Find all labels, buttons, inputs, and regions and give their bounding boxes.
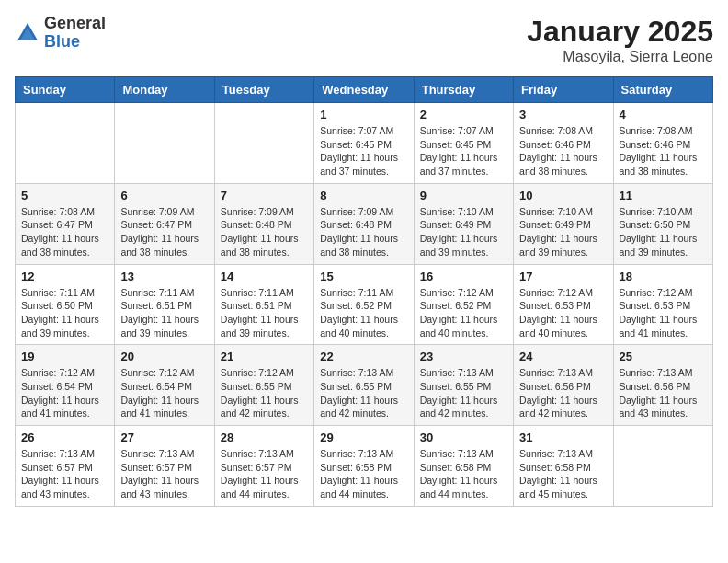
day-number: 20: [120, 350, 208, 363]
day-of-week-header: Wednesday: [314, 77, 414, 103]
day-info: Sunrise: 7:13 AM Sunset: 6:58 PM Dayligh…: [320, 447, 407, 501]
day-number: 1: [320, 108, 407, 121]
calendar-day-cell: 22Sunrise: 7:13 AM Sunset: 6:55 PM Dayli…: [314, 345, 414, 426]
day-of-week-header: Sunday: [16, 77, 115, 103]
logo: General Blue: [15, 15, 106, 52]
calendar-day-cell: 9Sunrise: 7:10 AM Sunset: 6:49 PM Daylig…: [414, 183, 513, 264]
day-number: 6: [120, 189, 208, 202]
calendar-day-cell: 5Sunrise: 7:08 AM Sunset: 6:47 PM Daylig…: [16, 183, 115, 264]
calendar-day-cell: 23Sunrise: 7:13 AM Sunset: 6:55 PM Dayli…: [414, 345, 513, 426]
day-info: Sunrise: 7:08 AM Sunset: 6:46 PM Dayligh…: [620, 124, 707, 178]
day-info: Sunrise: 7:13 AM Sunset: 6:57 PM Dayligh…: [120, 447, 208, 501]
day-info: Sunrise: 7:07 AM Sunset: 6:45 PM Dayligh…: [420, 124, 507, 178]
day-number: 12: [21, 270, 108, 283]
day-number: 16: [420, 270, 507, 283]
day-number: 15: [320, 270, 407, 283]
logo-blue-text: Blue: [44, 33, 106, 52]
day-info: Sunrise: 7:13 AM Sunset: 6:57 PM Dayligh…: [21, 447, 108, 501]
calendar-table: SundayMondayTuesdayWednesdayThursdayFrid…: [15, 76, 713, 507]
calendar-day-cell: [214, 103, 313, 184]
day-info: Sunrise: 7:12 AM Sunset: 6:53 PM Dayligh…: [519, 286, 607, 340]
day-info: Sunrise: 7:11 AM Sunset: 6:50 PM Dayligh…: [21, 286, 108, 340]
day-number: 26: [21, 431, 108, 444]
day-info: Sunrise: 7:13 AM Sunset: 6:55 PM Dayligh…: [320, 366, 407, 420]
day-info: Sunrise: 7:13 AM Sunset: 6:58 PM Dayligh…: [420, 447, 507, 501]
day-info: Sunrise: 7:10 AM Sunset: 6:50 PM Dayligh…: [620, 205, 707, 259]
calendar-day-cell: 30Sunrise: 7:13 AM Sunset: 6:58 PM Dayli…: [414, 426, 513, 507]
calendar-day-cell: 1Sunrise: 7:07 AM Sunset: 6:45 PM Daylig…: [314, 103, 414, 184]
calendar-day-cell: 12Sunrise: 7:11 AM Sunset: 6:50 PM Dayli…: [16, 264, 115, 345]
day-of-week-header: Monday: [115, 77, 214, 103]
day-number: 30: [420, 431, 507, 444]
day-info: Sunrise: 7:12 AM Sunset: 6:54 PM Dayligh…: [21, 366, 108, 420]
day-info: Sunrise: 7:12 AM Sunset: 6:54 PM Dayligh…: [120, 366, 208, 420]
calendar-day-cell: [16, 103, 115, 184]
calendar-day-cell: 4Sunrise: 7:08 AM Sunset: 6:46 PM Daylig…: [613, 103, 712, 184]
day-number: 10: [519, 189, 607, 202]
calendar-day-cell: 14Sunrise: 7:11 AM Sunset: 6:51 PM Dayli…: [214, 264, 313, 345]
day-number: 21: [221, 350, 308, 363]
day-number: 2: [420, 108, 507, 121]
day-info: Sunrise: 7:13 AM Sunset: 6:57 PM Dayligh…: [221, 447, 308, 501]
logo-general-text: General: [44, 15, 106, 33]
day-number: 11: [620, 189, 707, 202]
calendar-day-cell: 27Sunrise: 7:13 AM Sunset: 6:57 PM Dayli…: [115, 426, 214, 507]
day-info: Sunrise: 7:13 AM Sunset: 6:56 PM Dayligh…: [519, 366, 607, 420]
day-number: 24: [519, 350, 607, 363]
day-number: 9: [420, 189, 507, 202]
day-of-week-header: Friday: [514, 77, 613, 103]
calendar-day-cell: 21Sunrise: 7:12 AM Sunset: 6:55 PM Dayli…: [214, 345, 313, 426]
calendar-day-cell: 25Sunrise: 7:13 AM Sunset: 6:56 PM Dayli…: [613, 345, 712, 426]
day-info: Sunrise: 7:10 AM Sunset: 6:49 PM Dayligh…: [519, 205, 607, 259]
calendar-day-cell: 11Sunrise: 7:10 AM Sunset: 6:50 PM Dayli…: [613, 183, 712, 264]
day-of-week-header: Thursday: [414, 77, 513, 103]
calendar-day-cell: 10Sunrise: 7:10 AM Sunset: 6:49 PM Dayli…: [514, 183, 613, 264]
day-number: 7: [221, 189, 308, 202]
logo-icon: [15, 20, 40, 46]
calendar-header-row: SundayMondayTuesdayWednesdayThursdayFrid…: [16, 77, 713, 103]
calendar-day-cell: 19Sunrise: 7:12 AM Sunset: 6:54 PM Dayli…: [16, 345, 115, 426]
day-number: 4: [620, 108, 707, 121]
day-info: Sunrise: 7:07 AM Sunset: 6:45 PM Dayligh…: [320, 124, 407, 178]
day-of-week-header: Tuesday: [214, 77, 313, 103]
calendar-day-cell: 16Sunrise: 7:12 AM Sunset: 6:52 PM Dayli…: [414, 264, 513, 345]
day-number: 25: [620, 350, 707, 363]
day-number: 31: [519, 431, 607, 444]
calendar-day-cell: 31Sunrise: 7:13 AM Sunset: 6:58 PM Dayli…: [514, 426, 613, 507]
day-info: Sunrise: 7:13 AM Sunset: 6:58 PM Dayligh…: [519, 447, 607, 501]
day-info: Sunrise: 7:09 AM Sunset: 6:48 PM Dayligh…: [320, 205, 407, 259]
day-number: 27: [120, 431, 208, 444]
calendar-day-cell: [115, 103, 214, 184]
calendar-week-row: 5Sunrise: 7:08 AM Sunset: 6:47 PM Daylig…: [16, 183, 713, 264]
calendar-week-row: 1Sunrise: 7:07 AM Sunset: 6:45 PM Daylig…: [16, 103, 713, 184]
calendar-day-cell: 15Sunrise: 7:11 AM Sunset: 6:52 PM Dayli…: [314, 264, 414, 345]
calendar-week-row: 26Sunrise: 7:13 AM Sunset: 6:57 PM Dayli…: [16, 426, 713, 507]
day-number: 5: [21, 189, 108, 202]
calendar-day-cell: 8Sunrise: 7:09 AM Sunset: 6:48 PM Daylig…: [314, 183, 414, 264]
calendar-day-cell: 13Sunrise: 7:11 AM Sunset: 6:51 PM Dayli…: [115, 264, 214, 345]
day-info: Sunrise: 7:11 AM Sunset: 6:52 PM Dayligh…: [320, 286, 407, 340]
day-of-week-header: Saturday: [613, 77, 712, 103]
logo-text: General Blue: [44, 15, 106, 52]
day-info: Sunrise: 7:11 AM Sunset: 6:51 PM Dayligh…: [221, 286, 308, 340]
calendar-day-cell: 26Sunrise: 7:13 AM Sunset: 6:57 PM Dayli…: [16, 426, 115, 507]
calendar-location: Masoyila, Sierra Leone: [527, 49, 713, 65]
day-info: Sunrise: 7:09 AM Sunset: 6:47 PM Dayligh…: [120, 205, 208, 259]
calendar-day-cell: 24Sunrise: 7:13 AM Sunset: 6:56 PM Dayli…: [514, 345, 613, 426]
day-info: Sunrise: 7:12 AM Sunset: 6:55 PM Dayligh…: [221, 366, 308, 420]
calendar-day-cell: 7Sunrise: 7:09 AM Sunset: 6:48 PM Daylig…: [214, 183, 313, 264]
day-info: Sunrise: 7:13 AM Sunset: 6:55 PM Dayligh…: [420, 366, 507, 420]
day-info: Sunrise: 7:11 AM Sunset: 6:51 PM Dayligh…: [120, 286, 208, 340]
calendar-day-cell: 17Sunrise: 7:12 AM Sunset: 6:53 PM Dayli…: [514, 264, 613, 345]
day-number: 23: [420, 350, 507, 363]
calendar-day-cell: 28Sunrise: 7:13 AM Sunset: 6:57 PM Dayli…: [214, 426, 313, 507]
day-info: Sunrise: 7:09 AM Sunset: 6:48 PM Dayligh…: [221, 205, 308, 259]
calendar-day-cell: 29Sunrise: 7:13 AM Sunset: 6:58 PM Dayli…: [314, 426, 414, 507]
day-number: 28: [221, 431, 308, 444]
calendar-day-cell: 6Sunrise: 7:09 AM Sunset: 6:47 PM Daylig…: [115, 183, 214, 264]
calendar-day-cell: 3Sunrise: 7:08 AM Sunset: 6:46 PM Daylig…: [514, 103, 613, 184]
calendar-day-cell: 2Sunrise: 7:07 AM Sunset: 6:45 PM Daylig…: [414, 103, 513, 184]
day-number: 17: [519, 270, 607, 283]
day-number: 18: [620, 270, 707, 283]
calendar-week-row: 12Sunrise: 7:11 AM Sunset: 6:50 PM Dayli…: [16, 264, 713, 345]
